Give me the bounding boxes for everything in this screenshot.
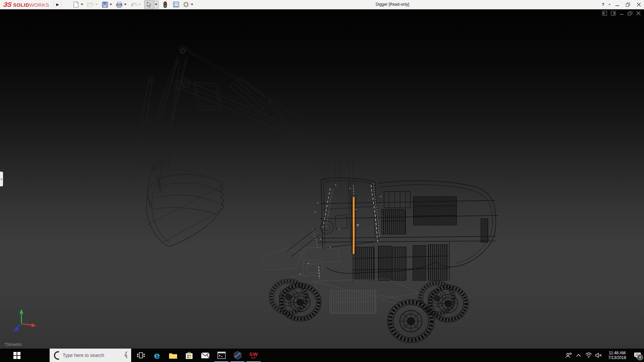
list-pane-icon: [173, 2, 179, 7]
minimize-button[interactable]: [612, 0, 623, 9]
new-document-dropdown[interactable]: [80, 1, 84, 8]
taskbar-app-hexagon-3d-app[interactable]: [229, 349, 246, 362]
open-folder-icon: [87, 2, 94, 7]
open-button[interactable]: [87, 1, 95, 8]
undo-dropdown[interactable]: [138, 1, 142, 8]
window-title: Digger [Read-only]: [362, 0, 423, 9]
doc-minimize-button[interactable]: [620, 11, 624, 15]
print-dropdown[interactable]: [123, 1, 127, 8]
tray-overflow-chevron[interactable]: [574, 349, 584, 362]
select-tool-dropdown[interactable]: [154, 1, 159, 8]
help-dropdown[interactable]: [607, 0, 612, 9]
feature-pane-collapsed-tab[interactable]: [0, 172, 3, 186]
notification-badge: 4: [637, 354, 643, 360]
edge-icon: e: [154, 350, 160, 361]
select-tool-button[interactable]: [144, 0, 154, 9]
start-button[interactable]: [0, 349, 34, 362]
taskbar-app-file-explorer[interactable]: [165, 349, 181, 362]
print-button[interactable]: [115, 1, 123, 8]
menu-flyout-arrow[interactable]: ▶: [54, 1, 61, 9]
doc-close-button[interactable]: [636, 11, 641, 15]
taskbar-search[interactable]: [50, 349, 131, 362]
save-floppy-icon: [102, 2, 108, 8]
solidworks-logo: ЗS SOLID WORKS: [3, 1, 49, 8]
options-dropdown[interactable]: [190, 1, 194, 8]
file-explorer-icon: [169, 352, 177, 359]
hexagon-3d-app-icon: [233, 351, 242, 360]
document-window-controls: [602, 11, 641, 16]
select-cursor-icon: [147, 2, 152, 8]
undo-button[interactable]: [130, 1, 138, 8]
clock-date: 7/13/2018: [606, 355, 629, 360]
solidworks-logo-glyph: ЗS: [3, 1, 12, 8]
view-stoplight-button[interactable]: [161, 1, 169, 8]
new-document-icon: [73, 1, 79, 8]
taskbar: e: [0, 349, 644, 362]
model-canvas[interactable]: [0, 9, 644, 349]
gear-icon: [183, 1, 189, 8]
restore-icon: [626, 3, 630, 7]
save-button[interactable]: [101, 1, 109, 8]
restore-button[interactable]: [623, 0, 633, 9]
options-button[interactable]: [182, 1, 190, 8]
mail-icon: [201, 352, 210, 359]
taskbar-app-edge[interactable]: e: [149, 349, 165, 362]
new-document-button[interactable]: [72, 1, 80, 8]
undo-arrow-icon: [130, 2, 137, 7]
windows-logo-icon: [13, 352, 20, 359]
taskbar-app-command-prompt[interactable]: [213, 349, 229, 362]
close-button[interactable]: [633, 0, 644, 9]
people-tray-icon[interactable]: [564, 349, 574, 362]
taskbar-app-store[interactable]: [181, 349, 197, 362]
graphics-viewport[interactable]: *Dimetric: [0, 9, 644, 349]
store-icon: [185, 352, 193, 359]
doc-restore-button[interactable]: [628, 11, 633, 16]
search-input[interactable]: [62, 352, 124, 358]
orientation-triad: [13, 309, 36, 332]
microphone-icon[interactable]: [124, 352, 127, 359]
help-button[interactable]: ?: [599, 0, 607, 9]
view-orientation-label: *Dimetric: [4, 342, 22, 347]
clock-time: 11:48 AM: [606, 351, 629, 355]
cortana-circle-icon: [54, 351, 59, 360]
excavator-body[interactable]: [286, 178, 498, 281]
print-icon: [116, 2, 122, 8]
task-view-icon: [137, 352, 145, 359]
command-prompt-icon: [217, 352, 226, 359]
taskbar-app-mail[interactable]: [197, 349, 213, 362]
display-pane-list-button[interactable]: [172, 1, 180, 8]
taskbar-clock[interactable]: 11:48 AM 7/13/2018: [606, 351, 629, 360]
pane-tab-grip: [1, 178, 2, 180]
doc-pane-right-icon[interactable]: [611, 11, 616, 16]
open-dropdown[interactable]: [95, 1, 98, 8]
action-center-button[interactable]: 4: [631, 349, 644, 362]
taskbar-app-task-view[interactable]: [133, 349, 149, 362]
doc-pane-left-icon[interactable]: [602, 11, 607, 16]
titlebar: ЗS SOLID WORKS ▶: [0, 0, 644, 9]
excavator-bucket[interactable]: [146, 162, 224, 247]
excavator-boom-arm[interactable]: [137, 47, 355, 196]
stoplight-icon: [163, 1, 167, 8]
wifi-icon[interactable]: [584, 349, 594, 362]
solidworks-2017-icon: SW 2017: [249, 352, 258, 359]
volume-muted-icon[interactable]: [594, 349, 604, 362]
save-dropdown[interactable]: [109, 1, 113, 8]
taskbar-app-solidworks-2017[interactable]: SW 2017: [246, 349, 262, 362]
